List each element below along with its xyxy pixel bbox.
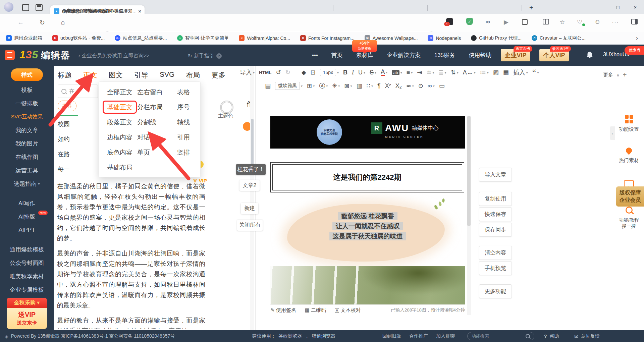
refresh-icon[interactable]: ↻ [40,19,45,26]
dropdown-item[interactable]: 段落正文 [107,115,137,130]
toolbar-button[interactable]: ∞ ▾ [428,82,435,90]
sidebar-toggle-icon[interactable] [631,19,638,24]
collapse-toolbar-icon[interactable]: ∧ [616,73,620,77]
dropdown-item[interactable]: 底色内容 [107,145,137,160]
bookmark-item[interactable]: M 腾讯企业邮箱 [6,35,42,41]
toolbar-button[interactable]: ≣ ▾ [438,69,446,76]
toolbar-button[interactable]: Ⓐ ▾ [319,82,328,90]
sidebar-item[interactable]: AI写作 [0,196,54,210]
bookmark-item[interactable]: C Cravatar – 互联网公... [532,35,586,41]
help-label[interactable]: 帮助 [550,333,559,339]
template-search-input[interactable]: 在 [58,84,98,98]
copy-use-button[interactable]: 复制使用 [479,192,512,206]
window-maximize-button[interactable]: □ [609,0,627,14]
qrcode-button[interactable]: ▦ 二维码 [305,307,326,314]
article-tab-new[interactable]: 新建 [241,203,258,214]
tab-close-icon[interactable]: × [138,8,141,14]
sidebar-item[interactable]: 企业专属模板 [0,283,54,296]
toolbar-button[interactable]: ab ▾ [392,70,402,75]
split-window-icon[interactable] [543,19,549,24]
toolbar-button[interactable]: ⇅ ▾ [451,69,459,76]
browser-essentials-icon[interactable]: ♡ [577,18,582,26]
vip-promo-link[interactable]: ♪ 企业会员免费试用 立即咨询>> [78,53,149,59]
toolbar-button[interactable]: ↺ [276,69,281,76]
toolbar-button[interactable]: ∷ ▾ [366,82,373,90]
toolbar-button[interactable]: A ▾ [381,69,387,76]
toolbar-button[interactable]: 导入 ▾ [240,68,255,76]
sidebar-item[interactable]: 唯美秋季素材 [0,270,54,283]
toolbar-button[interactable]: ◆ [302,69,306,76]
dropdown-item[interactable]: 对话 [137,130,163,145]
favorites-list-icon[interactable]: ☆ [559,18,565,26]
toolbar-more-button[interactable]: 更多 [603,72,613,78]
style-tab[interactable]: 正文 [83,70,97,80]
toolbar-button[interactable]: X₂ [395,82,402,90]
toolbar-button[interactable]: “ ▾ [532,71,539,74]
dropdown-item[interactable]: 引用 [177,130,190,145]
bookmark-item[interactable]: F Fonts For Instagram... [300,35,355,41]
sidebar-item[interactable]: SVG互动效果 [0,110,54,123]
article-tab-close-all[interactable]: 关闭所有 [237,220,263,231]
dropdown-item[interactable]: 基础正文 [103,101,137,114]
dropdown-item[interactable]: 边框内容 [107,130,137,145]
style-tab[interactable]: 标题 [58,70,72,80]
bell-icon[interactable] [586,51,593,59]
toolbar-button[interactable]: ≐ ▾ [426,69,434,76]
old-version-link[interactable]: 回到旧版 [382,333,401,339]
search-tutorial-card[interactable]: 功能/教程 搜一搜 [615,207,643,229]
extension-icon[interactable]: 1 [446,18,453,25]
infinity-extension-icon[interactable]: ∞ [486,18,490,25]
dropdown-item[interactable]: 表格 [177,84,190,100]
nav-item-service[interactable]: 135服务 [434,51,455,59]
dropdown-item[interactable]: 轴线 [177,115,190,130]
app-menu-icon[interactable] [5,50,15,60]
search-icon[interactable] [526,334,530,338]
style-tab[interactable]: 布局 [186,70,200,80]
sidebar-item[interactable]: 样式 [11,68,43,81]
bookmark-item[interactable]: GitHub Proxy 代理... [471,35,522,41]
workspaces-icon[interactable] [22,4,29,11]
panel-scrollbar[interactable] [250,66,254,330]
function-settings-card[interactable]: 功能设置 [615,114,643,132]
toolbar-button[interactable]: ⊙ [418,82,423,90]
toolbar-button[interactable]: ▭ [439,82,445,90]
signature-button[interactable]: ✎ 使用签名 [270,307,296,314]
nav-item-material[interactable]: 素材库 +64个 新增模板 [356,51,373,59]
beginner-guide-link[interactable]: ↻ 新手指引 ? [188,53,222,59]
toolbar-button[interactable] [296,69,296,76]
theme-color-ring[interactable] [220,101,233,114]
toolbar-button[interactable]: S ▾ [370,69,376,76]
dropdown-item[interactable]: 全部正文 [107,84,137,100]
article-tab[interactable]: 文章2 [239,180,260,191]
dropdown-item[interactable]: 基础布局 [107,160,137,175]
nav-item-enterprise[interactable]: 企业解决方案 [387,51,421,59]
toolbar-button[interactable]: 15px ▾ [320,69,339,76]
extensions-puzzle-icon[interactable] [522,19,528,25]
toolbar-button[interactable]: ⊠ ▾ [344,82,352,90]
dropdown-item[interactable]: 分割线 [137,115,163,130]
dropdown-item[interactable]: 左右留白 [137,84,163,100]
liebao-link[interactable]: 猎豹浏览器 [312,333,335,339]
coupon-tag[interactable]: 优惠券 [625,46,644,55]
save-sync-button[interactable]: 保存同步 [479,223,512,237]
toolbar-button[interactable]: ▥ [356,82,362,90]
window-minimize-button[interactable]: – [592,0,609,14]
clear-content-button[interactable]: 清空内容 [479,246,512,260]
toolbar-button[interactable]: ≂ ▾ [406,82,414,90]
sidebar-item[interactable]: 选题指南 ▾ [0,177,54,190]
copyright-vip-card[interactable]: 版权保障 企业会员 [616,186,644,207]
style-tab[interactable]: 图文 [109,70,123,80]
personal-vip-button[interactable]: 个人VIP 最高送1年 [539,49,569,61]
right-panel-collapse-handle[interactable]: ‹ [610,126,615,140]
dropdown-item[interactable]: 竖排 [177,145,190,160]
toolbar-button[interactable]: ⇥ [417,69,422,76]
canvas-scrollbar-thumb[interactable] [467,116,471,226]
new-tab-button[interactable]: + [529,4,533,12]
import-article-button[interactable]: 导入文章 [479,168,512,182]
nav-more-dots[interactable]: ••• [312,52,318,59]
app-logo[interactable]: 135编辑器 [19,49,70,61]
nav-item-home[interactable]: 首页 [331,51,343,59]
bookmark-item[interactable]: ✳ Wolfram|Alpha: Co... [239,35,290,41]
toolbar-button[interactable]: ▨ [493,69,499,76]
bookmarks-overflow-icon[interactable]: › [636,35,638,42]
